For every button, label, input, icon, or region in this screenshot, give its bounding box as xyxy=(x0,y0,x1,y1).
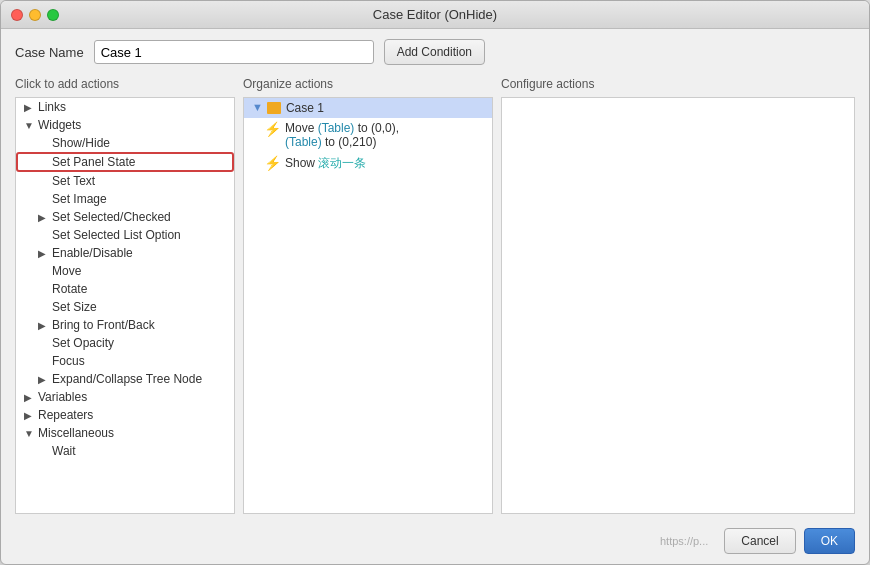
title-bar: Case Editor (OnHide) xyxy=(1,1,869,29)
sidebar-item-set-text[interactable]: Set Text xyxy=(16,172,234,190)
add-condition-button[interactable]: Add Condition xyxy=(384,39,485,65)
set-selected-checked-arrow: ▶ xyxy=(38,212,52,223)
widgets-arrow: ▼ xyxy=(24,120,38,131)
set-image-label: Set Image xyxy=(52,192,107,206)
main-content: Click to add actions ▶ Links ▼ Widgets S… xyxy=(1,73,869,522)
action-text-show: Show 滚动一条 xyxy=(285,155,366,172)
case-expand-icon: ▼ xyxy=(252,101,263,113)
maximize-button[interactable] xyxy=(47,9,59,21)
sidebar-item-move[interactable]: Move xyxy=(16,262,234,280)
links-label: Links xyxy=(38,100,66,114)
sidebar-item-widgets[interactable]: ▼ Widgets xyxy=(16,116,234,134)
right-panel-content xyxy=(501,97,855,514)
repeaters-label: Repeaters xyxy=(38,408,93,422)
right-panel: Configure actions xyxy=(501,73,855,514)
show-hide-label: Show/Hide xyxy=(52,136,110,150)
enable-disable-label: Enable/Disable xyxy=(52,246,133,260)
case-name-input[interactable] xyxy=(94,40,374,64)
sidebar-item-set-selected-checked[interactable]: ▶ Set Selected/Checked xyxy=(16,208,234,226)
set-selected-list-label: Set Selected List Option xyxy=(52,228,181,242)
expand-collapse-label: Expand/Collapse Tree Node xyxy=(52,372,202,386)
middle-panel: Organize actions ▼ Case 1 ⚡ Move (Table)… xyxy=(243,73,493,514)
miscellaneous-label: Miscellaneous xyxy=(38,426,114,440)
middle-panel-title: Organize actions xyxy=(243,73,493,97)
sidebar-item-repeaters[interactable]: ▶ Repeaters xyxy=(16,406,234,424)
set-size-label: Set Size xyxy=(52,300,97,314)
lightning-icon-2: ⚡ xyxy=(264,155,281,171)
widgets-label: Widgets xyxy=(38,118,81,132)
set-opacity-label: Set Opacity xyxy=(52,336,114,350)
wait-label: Wait xyxy=(52,444,76,458)
minimize-button[interactable] xyxy=(29,9,41,21)
variables-label: Variables xyxy=(38,390,87,404)
set-panel-state-label: Set Panel State xyxy=(52,155,135,169)
miscellaneous-arrow: ▼ xyxy=(24,428,38,439)
middle-panel-content: ▼ Case 1 ⚡ Move (Table) to (0,0), (Table… xyxy=(243,97,493,514)
rotate-label: Rotate xyxy=(52,282,87,296)
set-text-label: Set Text xyxy=(52,174,95,188)
sidebar-item-expand-collapse[interactable]: ▶ Expand/Collapse Tree Node xyxy=(16,370,234,388)
action-text-move: Move (Table) to (0,0), (Table) to (0,210… xyxy=(285,121,399,149)
expand-collapse-arrow: ▶ xyxy=(38,374,52,385)
left-panel-title: Click to add actions xyxy=(15,73,235,97)
sidebar-item-variables[interactable]: ▶ Variables xyxy=(16,388,234,406)
repeaters-arrow: ▶ xyxy=(24,410,38,421)
right-panel-title: Configure actions xyxy=(501,73,855,97)
focus-label: Focus xyxy=(52,354,85,368)
sidebar-item-bring-to-front-back[interactable]: ▶ Bring to Front/Back xyxy=(16,316,234,334)
variables-arrow: ▶ xyxy=(24,392,38,403)
case-header-row[interactable]: ▼ Case 1 xyxy=(244,98,492,118)
sidebar-item-rotate[interactable]: Rotate xyxy=(16,280,234,298)
move-label: Move xyxy=(52,264,81,278)
close-button[interactable] xyxy=(11,9,23,21)
action-item-show[interactable]: ⚡ Show 滚动一条 xyxy=(244,152,492,175)
left-panel: Click to add actions ▶ Links ▼ Widgets S… xyxy=(15,73,235,514)
bottom-bar: https://p... Cancel OK xyxy=(1,522,869,564)
sidebar-item-set-image[interactable]: Set Image xyxy=(16,190,234,208)
set-selected-checked-label: Set Selected/Checked xyxy=(52,210,171,224)
sidebar-item-focus[interactable]: Focus xyxy=(16,352,234,370)
sidebar-item-set-size[interactable]: Set Size xyxy=(16,298,234,316)
sidebar-item-links[interactable]: ▶ Links xyxy=(16,98,234,116)
action-item-move[interactable]: ⚡ Move (Table) to (0,0), (Table) to (0,2… xyxy=(244,118,492,152)
left-panel-content: ▶ Links ▼ Widgets Show/Hide Set Panel St… xyxy=(15,97,235,514)
case-label: Case 1 xyxy=(286,101,324,115)
bring-to-front-label: Bring to Front/Back xyxy=(52,318,155,332)
sidebar-item-set-opacity[interactable]: Set Opacity xyxy=(16,334,234,352)
case-name-label: Case Name xyxy=(15,45,84,60)
sidebar-item-miscellaneous[interactable]: ▼ Miscellaneous xyxy=(16,424,234,442)
main-window: Case Editor (OnHide) Case Name Add Condi… xyxy=(0,0,870,565)
ok-button[interactable]: OK xyxy=(804,528,855,554)
lightning-icon-1: ⚡ xyxy=(264,121,281,137)
window-title: Case Editor (OnHide) xyxy=(373,7,497,22)
enable-disable-arrow: ▶ xyxy=(38,248,52,259)
links-arrow: ▶ xyxy=(24,102,38,113)
bring-to-front-arrow: ▶ xyxy=(38,320,52,331)
sidebar-item-wait[interactable]: Wait xyxy=(16,442,234,460)
window-controls xyxy=(11,9,59,21)
sidebar-item-set-panel-state[interactable]: Set Panel State xyxy=(16,152,234,172)
cancel-button[interactable]: Cancel xyxy=(724,528,795,554)
url-hint: https://p... xyxy=(15,535,716,547)
case-folder-icon xyxy=(267,102,281,114)
sidebar-item-enable-disable[interactable]: ▶ Enable/Disable xyxy=(16,244,234,262)
case-name-row: Case Name Add Condition xyxy=(1,29,869,73)
sidebar-item-set-selected-list-option[interactable]: Set Selected List Option xyxy=(16,226,234,244)
sidebar-item-show-hide[interactable]: Show/Hide xyxy=(16,134,234,152)
